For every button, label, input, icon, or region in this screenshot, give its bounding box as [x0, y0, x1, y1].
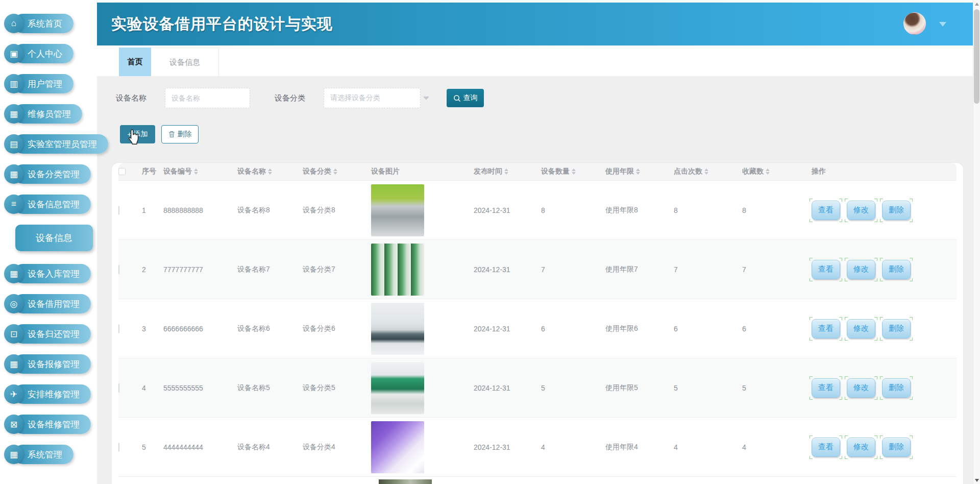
- sidebar-item-device-category-management[interactable]: ▦ 设备分类管理: [0, 164, 97, 184]
- sort-carets-icon[interactable]: [268, 168, 272, 175]
- row-checkbox[interactable]: [118, 324, 119, 333]
- row-index: 2: [142, 265, 163, 274]
- tab-bar: 首页 设备信息: [97, 45, 973, 76]
- device-code: 5555555555: [163, 384, 237, 392]
- row-checkbox[interactable]: [118, 443, 119, 452]
- device-code: 7777777777: [163, 265, 237, 274]
- avatar-dropdown-caret-icon[interactable]: [939, 22, 946, 27]
- device-quantity: 7: [541, 265, 605, 274]
- service-life: 使用年限8: [605, 206, 674, 215]
- row-checkbox[interactable]: [118, 383, 119, 393]
- edit-button[interactable]: 修改: [847, 438, 875, 457]
- select-placeholder: 请选择设备分类: [330, 93, 380, 103]
- sidebar-subitem-device-info-active[interactable]: 设备信息: [15, 225, 93, 251]
- sidebar-item-device-repair-report-management[interactable]: ▦ 设备报修管理: [0, 354, 97, 374]
- vertical-scrollbar[interactable]: [973, 0, 980, 484]
- list-icon: ≡: [4, 195, 23, 214]
- view-button[interactable]: 查看: [812, 438, 840, 457]
- delete-button[interactable]: 删除: [161, 125, 199, 143]
- sidebar-item-label: 设备归还管理: [13, 324, 91, 344]
- delete-row-button[interactable]: 删除: [882, 260, 911, 279]
- click-count: 4: [674, 443, 742, 451]
- sidebar-item-device-borrow-management[interactable]: ◎ 设备借用管理: [0, 294, 97, 313]
- sidebar-item-user-management[interactable]: ▥ 用户管理: [0, 74, 97, 93]
- view-button[interactable]: 查看: [812, 260, 840, 279]
- tab-home[interactable]: 首页: [119, 47, 151, 77]
- row-checkbox[interactable]: [118, 265, 119, 274]
- sort-carets-icon[interactable]: [636, 168, 640, 175]
- sidebar-item-label: 设备报修管理: [13, 354, 91, 374]
- row-index: 5: [142, 443, 163, 451]
- edit-button[interactable]: 修改: [847, 319, 875, 338]
- delete-row-button[interactable]: 删除: [882, 438, 911, 457]
- click-count: 6: [674, 325, 742, 333]
- grid-icon: ▦: [4, 104, 23, 124]
- grid-icon: ▦: [4, 445, 23, 464]
- scroll-up-arrow-icon[interactable]: [975, 3, 979, 6]
- row-index: 1: [142, 206, 163, 214]
- edit-button[interactable]: 修改: [847, 378, 875, 398]
- favorite-count: 8: [742, 206, 812, 214]
- select-all-checkbox[interactable]: [118, 168, 126, 175]
- sidebar-item-device-repair-management[interactable]: ⊠ 设备维修管理: [0, 415, 97, 434]
- click-count: 7: [674, 265, 742, 274]
- scroll-down-arrow-icon[interactable]: [975, 479, 979, 482]
- sidebar-subitem-label: 设备信息: [36, 232, 72, 244]
- device-name: 设备名称5: [237, 383, 303, 393]
- scrollbar-thumb[interactable]: [974, 9, 979, 104]
- avatar[interactable]: [903, 12, 926, 35]
- sort-carets-icon[interactable]: [766, 168, 770, 175]
- sort-carets-icon[interactable]: [333, 168, 337, 175]
- sidebar-item-device-info-management[interactable]: ≡ 设备信息管理: [0, 195, 97, 214]
- search-form: 设备名称 设备分类 请选择设备分类 查询: [116, 88, 484, 108]
- delete-row-button[interactable]: 删除: [882, 378, 911, 398]
- sidebar-item-label: 实验室管理员管理: [13, 134, 108, 154]
- column-header-quantity: 设备数量: [541, 167, 605, 176]
- add-button-label: 添加: [134, 130, 148, 139]
- view-button[interactable]: 查看: [812, 201, 840, 220]
- device-category-select[interactable]: 请选择设备分类: [324, 88, 421, 108]
- device-code: 4444444444: [163, 443, 237, 451]
- device-name: 设备名称6: [237, 324, 303, 333]
- grid-icon: ▦: [4, 264, 23, 283]
- device-name-input[interactable]: [165, 88, 250, 108]
- publish-date: 2024-12-31: [474, 384, 541, 392]
- sort-carets-icon[interactable]: [572, 168, 576, 175]
- sidebar-item-device-return-management[interactable]: ⊡ 设备归还管理: [0, 324, 97, 344]
- sidebar-item-arrange-repair-management[interactable]: ✈ 安排维修管理: [0, 384, 97, 404]
- sort-carets-icon[interactable]: [704, 168, 708, 175]
- publish-date: 2024-12-31: [474, 325, 541, 333]
- view-button[interactable]: 查看: [812, 378, 840, 398]
- sidebar-item-label: 安排维修管理: [13, 384, 91, 404]
- column-header-index: 序号: [142, 167, 163, 176]
- grid-icon: ▦: [4, 354, 23, 374]
- sort-carets-icon[interactable]: [194, 168, 198, 175]
- device-quantity: 6: [541, 325, 605, 333]
- sort-carets-icon[interactable]: [504, 168, 508, 175]
- sidebar-item-system-management[interactable]: ▦ 系统管理: [0, 445, 97, 464]
- device-code: 6666666666: [163, 325, 237, 333]
- tab-device-info[interactable]: 设备信息: [151, 47, 219, 77]
- add-button[interactable]: + 添加: [120, 125, 155, 143]
- device-name-label: 设备名称: [116, 93, 146, 103]
- edit-button[interactable]: 修改: [847, 260, 875, 279]
- home-icon: ⌂: [4, 14, 23, 33]
- edit-button[interactable]: 修改: [847, 201, 875, 220]
- row-checkbox[interactable]: [118, 206, 119, 215]
- sidebar-item-system-home[interactable]: ⌂ 系统首页: [0, 14, 97, 33]
- toolbar: + 添加 删除: [120, 125, 199, 143]
- table-header-row: 序号 设备编号 设备名称 设备分类 设备图片 发布时间 设备数量 使用年限 点击…: [118, 163, 957, 180]
- sidebar-item-repairman-management[interactable]: ▦ 维修员管理: [0, 104, 97, 124]
- user-center-icon: ▣: [4, 44, 23, 63]
- delete-row-button[interactable]: 删除: [882, 319, 911, 338]
- device-category: 设备分类8: [303, 206, 371, 215]
- sidebar-item-lab-admin-management[interactable]: ▤ 实验室管理员管理: [0, 134, 97, 154]
- delete-row-button[interactable]: 删除: [882, 201, 911, 220]
- query-button[interactable]: 查询: [447, 89, 484, 107]
- device-name: 设备名称4: [237, 443, 303, 452]
- sidebar-item-device-inbound-management[interactable]: ▦ 设备入库管理: [0, 264, 97, 283]
- header-bar: 实验设备借用平台的设计与实现: [97, 3, 973, 45]
- sidebar-item-personal-center[interactable]: ▣ 个人中心: [0, 44, 97, 63]
- table-row: 3 6666666666 设备名称6 设备分类6 2024-12-31 6 使用…: [118, 299, 957, 358]
- view-button[interactable]: 查看: [812, 319, 840, 338]
